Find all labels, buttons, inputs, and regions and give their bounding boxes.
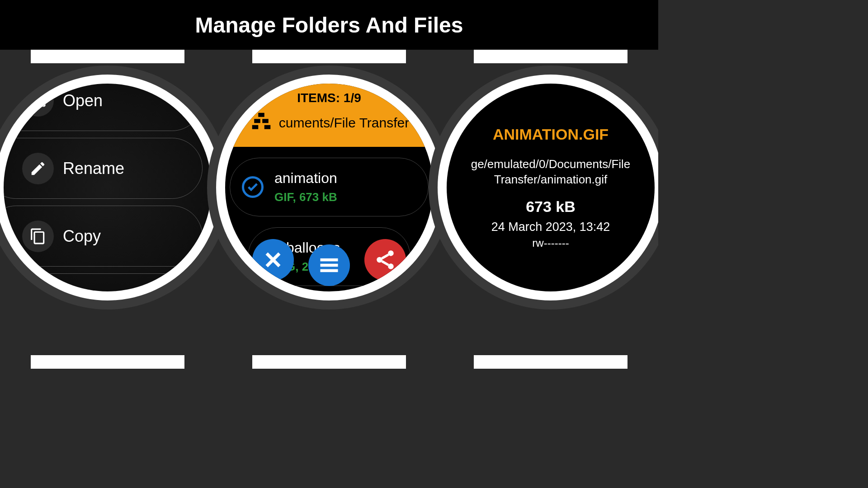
watches-row: Open Rename Copy Cut <box>0 50 658 369</box>
close-icon <box>262 249 284 271</box>
detail-filename: ANIMATION.GIF <box>493 126 609 143</box>
watch-lug <box>252 355 406 369</box>
watch-face-menu: Open Rename Copy Cut <box>4 84 212 291</box>
watch-file-list: ITEMS: 1/9 cuments/File Transfer <box>223 50 435 369</box>
menu-item-rename[interactable]: Rename <box>4 138 203 199</box>
svg-rect-0 <box>258 113 264 117</box>
menu-icon <box>317 253 341 277</box>
svg-rect-3 <box>252 125 259 129</box>
detail-permissions: rw------- <box>532 237 569 249</box>
menu-label: Rename <box>63 159 124 178</box>
copy-icon <box>22 221 54 252</box>
detail-date: 24 March 2023, 13:42 <box>491 220 610 234</box>
watch-face-details[interactable]: ANIMATION.GIF ge/emulated/0/Documents/Fi… <box>447 84 655 291</box>
file-item-animation[interactable]: animation GIF, 673 kB <box>230 158 429 216</box>
svg-rect-9 <box>321 269 338 272</box>
pencil-icon <box>22 153 54 184</box>
svg-line-14 <box>382 261 389 265</box>
share-icon <box>374 249 396 271</box>
watch-face-files: ITEMS: 1/9 cuments/File Transfer <box>225 84 433 291</box>
svg-rect-4 <box>264 125 271 129</box>
watch-lug <box>474 355 627 369</box>
svg-point-10 <box>388 250 394 256</box>
page-title: Manage Folders And Files <box>0 0 658 50</box>
detail-path: ge/emulated/0/Documents/File Transfer/an… <box>460 157 641 188</box>
current-path: cuments/File Transfer <box>279 115 409 131</box>
menu-item-copy[interactable]: Copy <box>4 206 203 267</box>
detail-size: 673 kB <box>526 198 576 216</box>
svg-point-11 <box>377 257 382 263</box>
path-row[interactable]: cuments/File Transfer <box>225 110 433 136</box>
svg-rect-8 <box>321 264 338 267</box>
page-title-text: Manage Folders And Files <box>195 13 463 38</box>
check-icon <box>242 176 264 198</box>
watch-menu: Open Rename Copy Cut <box>1 50 214 369</box>
svg-line-13 <box>382 255 389 258</box>
svg-rect-7 <box>321 258 338 262</box>
svg-rect-1 <box>254 119 260 123</box>
svg-point-12 <box>388 263 394 269</box>
file-text: animation GIF, 673 kB <box>274 170 337 204</box>
file-name: animation <box>274 170 337 187</box>
menu-label: Open <box>63 91 103 110</box>
menu-button[interactable] <box>308 244 350 286</box>
watch-lug <box>31 355 184 369</box>
svg-rect-2 <box>262 119 269 123</box>
file-meta: GIF, 673 kB <box>274 190 337 204</box>
watch-details: ANIMATION.GIF ge/emulated/0/Documents/Fi… <box>444 50 657 369</box>
menu-label: Copy <box>63 227 101 246</box>
